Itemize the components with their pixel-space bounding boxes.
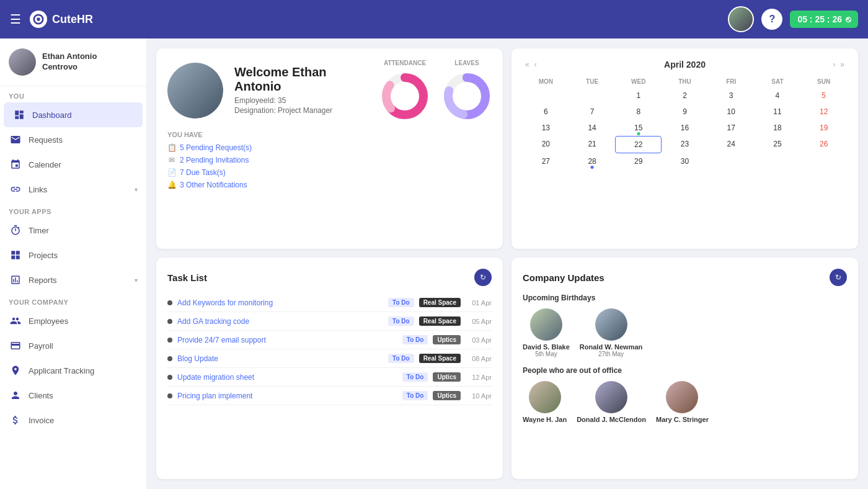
sidebar-item-label-requests: Requests	[29, 135, 138, 145]
you-have-item-invitations[interactable]: ✉ 2 Pending Invitations	[167, 156, 492, 164]
sidebar-item-links[interactable]: Links ▾	[0, 177, 146, 202]
cal-cell-empty1	[523, 87, 569, 104]
cal-cell-1[interactable]: 1	[615, 87, 662, 104]
cal-cell-15[interactable]: 15	[615, 120, 662, 136]
sidebar-item-employees[interactable]: Employees	[0, 308, 146, 333]
cal-header-fri: FRI	[708, 76, 755, 87]
cal-cell-14[interactable]: 14	[569, 120, 616, 136]
task-name-5[interactable]: Update migration sheet	[177, 373, 397, 382]
cal-prev[interactable]: ‹	[532, 60, 539, 69]
cal-cell-5[interactable]: 5	[800, 87, 847, 104]
cal-cell-23[interactable]: 23	[662, 136, 708, 153]
cal-cell-12[interactable]: 12	[800, 104, 847, 120]
task-dot-1	[167, 300, 172, 305]
invitations-list-icon: ✉	[167, 156, 176, 164]
cal-cell-17[interactable]: 17	[708, 120, 755, 136]
task-name-6[interactable]: Pricing plan implement	[177, 392, 397, 400]
charts-area: ATTENDANCE LEAVES	[380, 60, 492, 121]
cal-cell-2[interactable]: 2	[662, 87, 708, 104]
sidebar-item-requests[interactable]: Requests	[0, 127, 146, 152]
cal-cell-6[interactable]: 6	[523, 104, 569, 120]
reports-chevron: ▾	[135, 277, 138, 284]
cal-cell-13[interactable]: 13	[523, 120, 569, 136]
cal-cell-9[interactable]: 9	[662, 104, 708, 120]
cal-cell-25[interactable]: 25	[755, 136, 801, 153]
cal-cell-30[interactable]: 30	[662, 153, 708, 169]
timer-badge[interactable]: 05 : 25 : 26 ⎋	[790, 11, 858, 28]
cal-header-sun: SUN	[800, 76, 847, 87]
cal-cell-empty3	[708, 153, 755, 169]
links-icon	[9, 182, 22, 196]
task-name-4[interactable]: Blog Update	[177, 354, 383, 363]
timer-value: 05 : 25 : 26	[797, 14, 842, 24]
cal-cell-7[interactable]: 7	[569, 104, 616, 120]
task-list-refresh-icon[interactable]: ↻	[474, 269, 492, 286]
task-space-2: Real Space	[419, 316, 461, 326]
you-have-list: 📋 5 Pending Request(s) ✉ 2 Pending Invit…	[167, 143, 492, 189]
sidebar-item-label-payroll: Payroll	[29, 341, 138, 351]
employees-icon	[9, 314, 22, 328]
user-avatar-top[interactable]	[728, 6, 754, 32]
cal-cell-8[interactable]: 8	[615, 104, 662, 120]
cal-cell-empty2	[569, 87, 616, 104]
sidebar-item-calender[interactable]: Calender	[0, 152, 146, 177]
cal-cell-22[interactable]: 22	[615, 136, 662, 153]
task-badge-3: To Do	[402, 335, 428, 344]
cal-cell-11[interactable]: 11	[755, 104, 801, 120]
task-date-5: 12 Apr	[466, 374, 492, 381]
cal-cell-28[interactable]: 28	[569, 153, 616, 169]
svg-point-1	[37, 17, 40, 20]
cal-cell-21[interactable]: 21	[569, 136, 616, 153]
task-name-1[interactable]: Add Keywords for monitoring	[177, 298, 383, 307]
sidebar-item-timer[interactable]: Timer	[0, 218, 146, 243]
cal-cell-29[interactable]: 29	[615, 153, 662, 169]
task-badge-4: To Do	[388, 354, 414, 363]
sidebar-item-clients[interactable]: Clients	[0, 383, 146, 408]
task-row-3: Provide 24/7 email support To Do Uptics …	[167, 331, 492, 349]
your-company-label: Your Company	[0, 292, 146, 308]
cal-cell-18[interactable]: 18	[755, 120, 801, 136]
cal-cell-4[interactable]: 4	[755, 87, 801, 104]
sidebar-item-invoice[interactable]: Invoice	[0, 408, 146, 433]
birthday-date-2: 27th May	[598, 351, 624, 357]
you-have-item-requests[interactable]: 📋 5 Pending Request(s)	[167, 143, 492, 152]
task-row-5: Update migration sheet To Do Uptics 12 A…	[167, 368, 492, 387]
cal-header-mon: MON	[523, 76, 569, 87]
sidebar-item-dashboard[interactable]: Dashboard	[4, 102, 143, 127]
cal-cell-24[interactable]: 24	[708, 136, 755, 153]
cal-next-next[interactable]: »	[838, 60, 847, 69]
sidebar-item-payroll[interactable]: Payroll	[0, 333, 146, 358]
welcome-avatar	[167, 63, 223, 119]
cal-cell-27[interactable]: 27	[523, 153, 569, 169]
task-list-card: Task List ↻ Add Keywords for monitoring …	[156, 258, 503, 479]
task-row-4: Blog Update To Do Real Space 08 Apr	[167, 349, 492, 368]
cal-cell-16[interactable]: 16	[662, 120, 708, 136]
task-name-3[interactable]: Provide 24/7 email support	[177, 336, 397, 344]
cal-prev-prev[interactable]: «	[523, 60, 532, 69]
birthday-person-2: Ronald W. Newman 27th May	[580, 308, 642, 357]
cal-cell-20[interactable]: 20	[523, 136, 569, 153]
cal-cell-26[interactable]: 26	[800, 136, 847, 153]
sidebar-item-applicant-tracking[interactable]: Applicant Tracking	[0, 358, 146, 383]
you-have-item-tasks[interactable]: 📄 7 Due Task(s)	[167, 168, 492, 177]
sidebar: Ethan AntonioCentrovo You Dashboard Requ…	[0, 38, 146, 489]
help-button[interactable]: ?	[761, 9, 782, 30]
cal-header-sat: SAT	[755, 76, 801, 87]
attendance-chart: ATTENDANCE	[380, 60, 430, 121]
task-date-1: 01 Apr	[466, 299, 492, 307]
company-updates-refresh-icon[interactable]: ↻	[830, 269, 847, 286]
links-chevron: ▾	[135, 186, 138, 193]
attendance-label: ATTENDANCE	[384, 60, 426, 66]
task-badge-6: To Do	[402, 391, 428, 400]
leaves-label: LEAVES	[454, 60, 479, 66]
cal-next[interactable]: ›	[830, 60, 838, 69]
sidebar-item-reports[interactable]: Reports ▾	[0, 267, 146, 292]
you-have-item-notifications[interactable]: 🔔 3 Other Notifications	[167, 181, 492, 189]
cal-cell-19[interactable]: 19	[800, 120, 847, 136]
task-name-2[interactable]: Add GA tracking code	[177, 317, 383, 326]
payroll-icon	[9, 339, 22, 352]
hamburger-menu[interactable]: ☰	[10, 12, 21, 27]
cal-cell-3[interactable]: 3	[708, 87, 755, 104]
cal-cell-10[interactable]: 10	[708, 104, 755, 120]
sidebar-item-projects[interactable]: Projects	[0, 243, 146, 267]
